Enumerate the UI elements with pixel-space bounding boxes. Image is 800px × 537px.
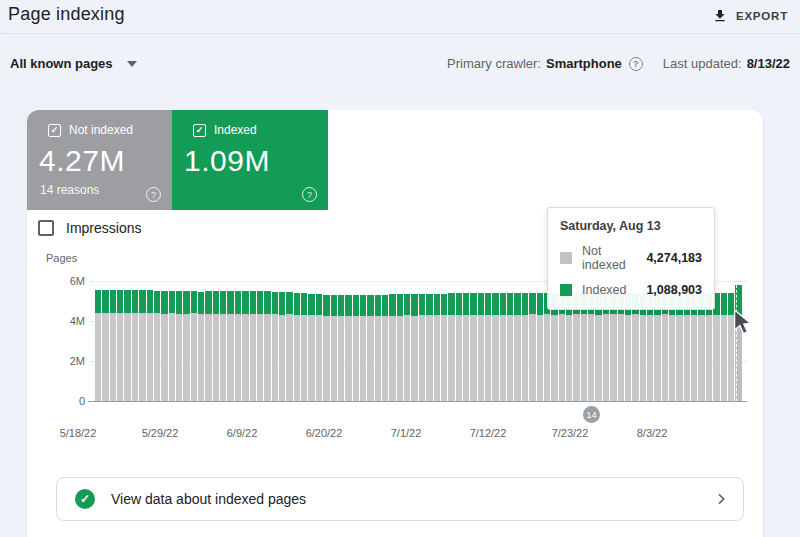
bar-segment-not-indexed [353,316,359,401]
checkbox-unchecked-icon[interactable] [38,220,54,236]
chart-bar[interactable] [110,290,116,401]
bar-segment-not-indexed [110,313,116,401]
chart-bar[interactable] [375,295,381,401]
chart-bar[interactable] [301,293,307,401]
legend-swatch [560,284,572,296]
chart-bar[interactable] [323,295,329,401]
bar-segment-not-indexed [676,315,682,401]
summary-cards: ✓ Not indexed 4.27M 14 reasons ? ✓ Index… [27,110,328,210]
help-icon[interactable]: ? [302,187,317,202]
chart-bar[interactable] [360,295,366,401]
bar-segment-indexed [272,292,278,314]
bar-segment-not-indexed [595,315,601,401]
chart-bar[interactable] [353,295,359,401]
chart-bar[interactable] [456,293,462,401]
bar-segment-indexed [470,293,476,314]
chart-bar[interactable] [220,291,226,401]
chart-bar[interactable] [102,290,108,401]
card-label: Not indexed [69,123,133,137]
chart-bar[interactable] [485,293,491,401]
chart-bar[interactable] [389,294,395,401]
chart-bar[interactable] [397,294,403,401]
chart-bar[interactable] [338,295,344,401]
chart-bar[interactable] [95,290,101,401]
bar-segment-indexed [301,293,307,315]
bar-segment-not-indexed [404,315,410,401]
chart-bar[interactable] [161,291,167,401]
chart-bar[interactable] [286,292,292,401]
x-axis-line [88,401,747,402]
chart-bar[interactable] [205,291,211,401]
chart-bar[interactable] [147,290,153,401]
chart-bar[interactable] [537,293,543,401]
export-button[interactable]: EXPORT [708,6,792,26]
chart-bar[interactable] [478,293,484,401]
chart-bar[interactable] [514,293,520,401]
card-not-indexed[interactable]: ✓ Not indexed 4.27M 14 reasons ? [27,110,172,210]
help-icon[interactable]: ? [629,57,643,71]
chart-bar[interactable] [331,295,337,401]
chart-bar[interactable] [154,291,160,401]
chart-bar[interactable] [345,295,351,401]
chart-bar[interactable] [426,294,432,401]
chart-bar[interactable] [463,293,469,401]
chart-bar[interactable] [139,290,145,401]
chart-bar[interactable] [367,295,373,401]
chart-bar[interactable] [117,290,123,401]
card-value: 4.27M [39,146,172,176]
chart-bar[interactable] [250,291,256,401]
chart-bar[interactable] [721,293,727,401]
bar-segment-indexed [463,293,469,315]
chart-bar[interactable] [419,294,425,401]
bar-segment-indexed [257,291,263,314]
chart-bar[interactable] [198,292,204,401]
chart-bar[interactable] [279,292,285,401]
event-badge[interactable]: 14 [583,406,600,423]
page-scope-dropdown[interactable]: All known pages [8,52,139,75]
chart-bar[interactable] [183,291,189,401]
checkbox-checked-icon[interactable]: ✓ [193,124,206,137]
chart-bar[interactable] [257,291,263,401]
chart-bar[interactable] [191,291,197,401]
chart-bar[interactable] [132,290,138,401]
chart-bar[interactable] [492,293,498,401]
chart-bar[interactable] [124,290,130,401]
chart-bar[interactable] [242,291,248,401]
checkbox-checked-icon[interactable]: ✓ [48,124,61,137]
chart-bar[interactable] [448,293,454,401]
chart-bar[interactable] [176,291,182,401]
chart-bar[interactable] [169,291,175,401]
bar-segment-not-indexed [618,314,624,401]
chevron-right-icon[interactable] [713,491,729,507]
chart-bar[interactable] [434,294,440,401]
bar-segment-not-indexed [323,316,329,401]
bar-segment-not-indexed [316,315,322,401]
chart-bar[interactable] [441,294,447,401]
chart-bar[interactable] [294,293,300,401]
chart-bar[interactable] [411,294,417,401]
chart-bar[interactable] [404,294,410,401]
chart-bar[interactable] [507,293,513,401]
chart-bar[interactable] [235,291,241,401]
bar-segment-indexed [132,290,138,313]
card-indexed[interactable]: ✓ Indexed 1.09M ? [172,110,328,210]
chart-bar[interactable] [272,292,278,401]
bar-segment-not-indexed [485,315,491,401]
bar-segment-not-indexed [389,316,395,401]
chart-bar[interactable] [308,294,314,401]
help-icon[interactable]: ? [146,187,161,202]
bar-segment-not-indexed [566,315,572,401]
impressions-toggle[interactable]: Impressions [38,220,141,236]
chart-bar[interactable] [264,291,270,401]
chart-bar[interactable] [316,294,322,401]
chart-bar[interactable] [529,293,535,401]
view-indexed-data-button[interactable]: ✓ View data about indexed pages [56,477,744,521]
chart-bar[interactable] [382,295,388,401]
chart-bar[interactable] [213,291,219,401]
chart-bar[interactable] [500,293,506,401]
bar-segment-not-indexed [537,315,543,401]
chart-bar[interactable] [470,293,476,401]
chart-bar[interactable] [227,291,233,401]
chart-bar[interactable] [713,293,719,401]
chart-bar[interactable] [522,293,528,401]
